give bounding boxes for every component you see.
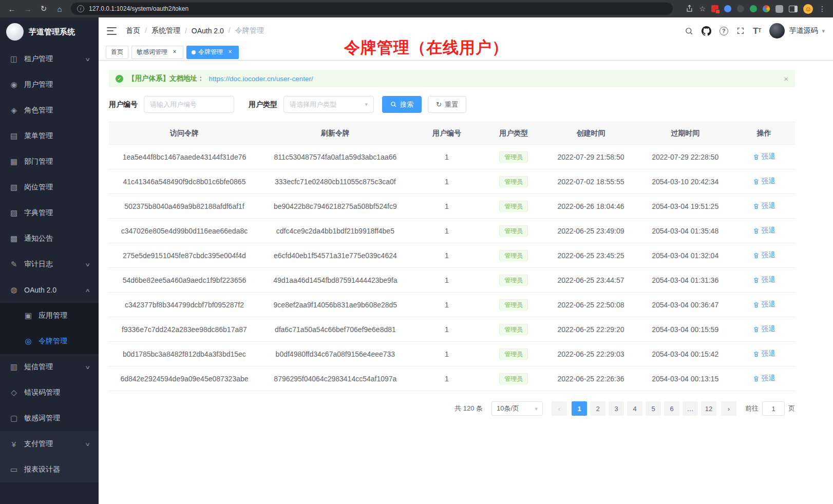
sidebar-item[interactable]: ¥ 支付管理 ∨ <box>0 431 99 457</box>
search-button[interactable]: 搜索 <box>382 96 422 113</box>
page-number-button[interactable]: 3 <box>609 401 624 416</box>
force-logout-button[interactable]: 强退 <box>753 349 775 358</box>
browser-menu-icon[interactable]: ⋮ <box>819 5 826 12</box>
breadcrumb-item[interactable]: 系统管理 <box>140 26 180 35</box>
user-type-badge: 管理员 <box>499 176 528 187</box>
breadcrumb-item[interactable]: 首页 <box>126 26 140 35</box>
share-icon[interactable] <box>686 5 693 13</box>
sidebar-item[interactable]: ◫ 租户管理 ∨ <box>0 46 99 72</box>
user-type-badge: 管理员 <box>499 250 528 261</box>
sidebar-item[interactable]: ▨ 字典管理 <box>0 200 99 226</box>
sidebar-item[interactable]: ▧ 岗位管理 <box>0 175 99 200</box>
page-number-button[interactable]: 6 <box>664 401 679 416</box>
page-number-button[interactable]: 5 <box>646 401 661 416</box>
font-size-icon[interactable]: TT <box>753 27 762 35</box>
browser-reload-button[interactable]: ↻ <box>39 4 48 13</box>
extension-red-icon[interactable] <box>711 5 718 12</box>
token-table: 访问令牌 刷新令牌 用户编号 用户类型 创建时间 过期时间 操作 <box>109 122 795 391</box>
help-icon[interactable]: ? <box>720 27 728 35</box>
user-type-cell: 管理员 <box>483 243 544 268</box>
fullscreen-icon[interactable] <box>736 27 745 35</box>
next-page-button[interactable]: › <box>721 401 736 416</box>
sidebar-item-label: 字典管理 <box>24 208 53 218</box>
github-icon[interactable] <box>702 26 711 36</box>
extension-blue-icon[interactable] <box>724 5 731 12</box>
sidebar-item[interactable]: ▣ 应用管理 <box>0 303 99 328</box>
extension-pinwheel-icon[interactable] <box>763 5 770 12</box>
page-number-button[interactable]: 1 <box>572 401 587 416</box>
search-icon[interactable] <box>685 27 693 35</box>
page-number-button[interactable]: 12 <box>701 401 716 416</box>
page-number-button[interactable]: 2 <box>590 401 605 416</box>
extension-dark-icon[interactable] <box>737 5 744 12</box>
refresh-token-cell: 9ce8ef2aa9f14056b831ae9b608e28d5 <box>260 293 411 317</box>
access-token-cell: 502375b8040a469a9b82188afdf6af1f <box>109 194 260 219</box>
sidebar-item[interactable]: ◎ 令牌管理 <box>0 328 99 354</box>
table-header-cell: 创建时间 <box>544 122 637 145</box>
delete-icon <box>753 178 760 185</box>
browser-forward-button[interactable]: → <box>23 5 32 13</box>
actions-cell: 强退 <box>733 342 795 366</box>
view-tab[interactable]: 首页 × <box>106 46 128 59</box>
sidebar-item[interactable]: ◈ 角色管理 <box>0 98 99 123</box>
force-logout-button[interactable]: 强退 <box>753 374 775 383</box>
browser-address-bar[interactable]: i 127.0.0.1:1024/system/oauth2/token <box>71 3 673 15</box>
alert-doc-link[interactable]: https://doc.iocoder.cn/user-center/ <box>209 75 313 83</box>
prev-page-button[interactable]: ‹ <box>552 401 567 416</box>
actions-cell: 强退 <box>733 219 795 243</box>
user-id-cell: 1 <box>411 169 483 194</box>
side-panel-icon[interactable] <box>789 6 798 12</box>
table-row: 1ea5e44f8bc1467aaede43144f31de76 811c530… <box>109 145 795 169</box>
force-logout-button[interactable]: 强退 <box>753 226 775 235</box>
page-number-button[interactable]: 4 <box>627 401 642 416</box>
close-icon[interactable]: × <box>171 49 178 56</box>
browser-back-button[interactable]: ← <box>7 5 16 13</box>
browser-profile-avatar[interactable]: ☺ <box>803 4 813 14</box>
close-icon[interactable]: × <box>226 49 234 56</box>
page-number-button[interactable]: … <box>683 401 698 416</box>
user-id-input[interactable] <box>144 96 234 113</box>
table-row: 275e5de9151045fe87cbdc395e004f4d e6cfd40… <box>109 243 795 268</box>
extension-green-icon[interactable] <box>750 5 757 12</box>
created-time-cell: 2022-06-25 23:45:25 <box>544 243 637 268</box>
force-logout-button[interactable]: 强退 <box>753 201 775 210</box>
extensions-puzzle-icon[interactable] <box>775 5 783 13</box>
goto-page-input[interactable] <box>762 401 785 416</box>
sidebar-item[interactable]: ▦ 部门管理 <box>0 149 99 175</box>
expire-time-cell: 2054-03-04 01:35:48 <box>637 219 733 243</box>
sidebar-item[interactable]: ▤ 菜单管理 <box>0 123 99 149</box>
sidebar-item[interactable]: ✎ 审计日志 ∨ <box>0 251 99 277</box>
sidebar-item-label: 菜单管理 <box>24 131 53 141</box>
sidebar-item-label: 用户管理 <box>24 80 53 89</box>
app-logo[interactable]: 芋道管理系统 <box>0 17 99 46</box>
site-info-icon[interactable]: i <box>77 5 84 12</box>
force-logout-button[interactable]: 强退 <box>753 177 775 186</box>
sidebar-item[interactable]: ▢ 敏感词管理 <box>0 405 99 431</box>
sidebar-item[interactable]: ▭ 报表设计器 <box>0 457 99 482</box>
page-size-select[interactable]: 10条/页 ▾ <box>491 401 543 416</box>
bookmark-star-icon[interactable]: ☆ <box>699 5 706 12</box>
force-logout-button[interactable]: 强退 <box>753 324 775 334</box>
view-tab[interactable]: 令牌管理 × <box>186 46 239 59</box>
reset-button[interactable]: ↻ 重置 <box>428 96 466 113</box>
view-tab[interactable]: 敏感词管理 × <box>131 46 183 59</box>
delete-icon <box>753 351 760 357</box>
collapse-menu-icon[interactable] <box>107 27 117 35</box>
sidebar-item[interactable]: ◇ 错误码管理 <box>0 380 99 405</box>
user-type-placeholder: 请选择用户类型 <box>290 100 336 109</box>
force-logout-button[interactable]: 强退 <box>753 250 775 260</box>
alert-close-icon[interactable]: × <box>784 74 788 83</box>
force-logout-button[interactable]: 强退 <box>753 275 775 284</box>
sidebar-item[interactable]: ▥ 短信管理 ∨ <box>0 354 99 380</box>
force-logout-button[interactable]: 强退 <box>753 152 775 161</box>
user-menu[interactable]: 芋道源码 ▾ <box>769 23 825 38</box>
user-type-select[interactable]: 请选择用户类型 ▾ <box>283 96 374 113</box>
force-logout-button[interactable]: 强退 <box>753 300 775 309</box>
sidebar-item[interactable]: ▩ 通知公告 <box>0 226 99 251</box>
breadcrumb-item[interactable]: OAuth 2.0 <box>180 27 224 35</box>
breadcrumb-item[interactable]: 令牌管理 <box>224 26 264 35</box>
sidebar-item[interactable]: ◍ OAuth 2.0 ∧ <box>0 277 99 303</box>
sidebar-item[interactable]: ◉ 用户管理 <box>0 72 99 98</box>
browser-home-button[interactable]: ⌂ <box>55 5 64 13</box>
expire-time-cell: 2054-03-10 20:42:34 <box>637 169 733 194</box>
